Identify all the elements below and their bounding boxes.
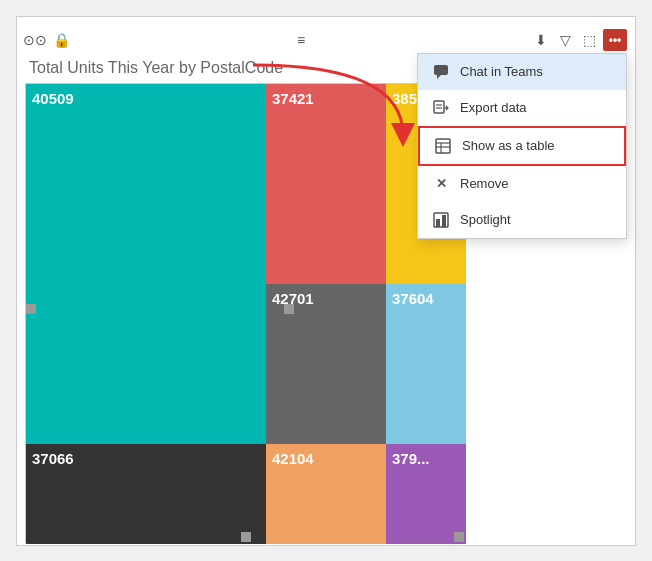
export-icon (432, 99, 450, 117)
back-forward-icon[interactable]: ⊙⊙ (25, 30, 45, 50)
svg-rect-0 (434, 65, 448, 75)
context-menu: Chat in Teams Export data (417, 53, 627, 239)
resize-handle-bottom-right[interactable] (454, 532, 464, 542)
treemap-cell-purple: 379... (386, 444, 466, 544)
svg-marker-1 (437, 75, 441, 79)
treemap-cell-dark: 37066 (26, 444, 266, 544)
chat-label: Chat in Teams (460, 64, 543, 79)
toolbar: ⊙⊙ 🔒 ≡ ⬇ ▽ ⬚ ••• (25, 25, 627, 55)
menu-item-remove[interactable]: ✕ Remove (418, 166, 626, 202)
menu-item-export[interactable]: Export data (418, 90, 626, 126)
svg-rect-11 (442, 215, 446, 227)
download-icon[interactable]: ⬇ (531, 30, 551, 50)
resize-handle-mid-right[interactable] (284, 304, 294, 314)
resize-handle-mid-left[interactable] (26, 304, 36, 314)
treemap-chart: 40509 37421 38501 42701 37604 37066 4210… (25, 83, 465, 543)
toolbar-right: ⬇ ▽ ⬚ ••• (531, 29, 627, 51)
table-icon (434, 137, 452, 155)
svg-rect-5 (436, 139, 450, 153)
show-table-label: Show as a table (462, 138, 555, 153)
main-panel: ⊙⊙ 🔒 ≡ ⬇ ▽ ⬚ ••• Total Units This Year b… (16, 16, 636, 546)
treemap-cell-teal: 40509 (26, 84, 266, 444)
menu-item-chat[interactable]: Chat in Teams (418, 54, 626, 90)
lock-icon[interactable]: 🔒 (51, 30, 71, 50)
chat-icon (432, 63, 450, 81)
svg-rect-2 (434, 101, 444, 113)
export-label: Export data (460, 100, 527, 115)
more-options-button[interactable]: ••• (603, 29, 627, 51)
treemap-cell-lightblue: 37604 (386, 284, 466, 444)
remove-icon: ✕ (432, 175, 450, 193)
menu-item-spotlight[interactable]: Spotlight (418, 202, 626, 238)
menu-item-show-table[interactable]: Show as a table (418, 126, 626, 166)
svg-rect-10 (436, 219, 440, 227)
treemap-cell-red: 37421 (266, 84, 386, 284)
remove-label: Remove (460, 176, 508, 191)
expand-icon[interactable]: ⬚ (579, 30, 599, 50)
filter-icon[interactable]: ▽ (555, 30, 575, 50)
resize-handle-bottom-left[interactable] (241, 532, 251, 542)
menu-icon[interactable]: ≡ (291, 30, 311, 50)
spotlight-label: Spotlight (460, 212, 511, 227)
spotlight-icon (432, 211, 450, 229)
toolbar-left: ⊙⊙ 🔒 (25, 30, 71, 50)
treemap-cell-orange: 42104 (266, 444, 386, 544)
